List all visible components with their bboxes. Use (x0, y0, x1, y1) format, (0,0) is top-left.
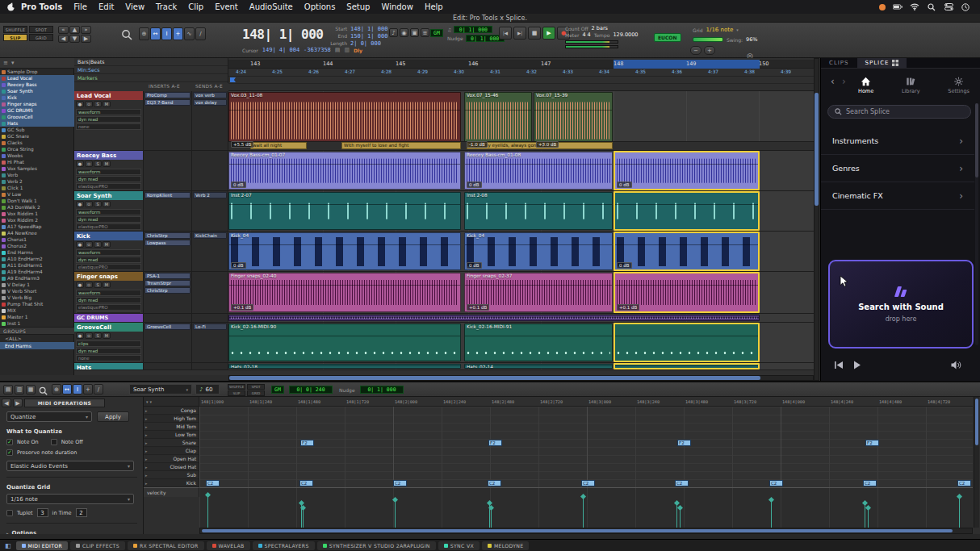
mute-button[interactable]: M (103, 241, 111, 248)
tuplet-numerator-field[interactable]: 3 (37, 508, 48, 517)
menu-item-clip[interactable]: Clip (182, 2, 209, 11)
zoom-out-button[interactable]: − (690, 46, 701, 55)
track-view-selector[interactable]: waveform (76, 209, 141, 215)
velocity-stalk[interactable] (680, 508, 681, 528)
solo-button[interactable]: S (94, 332, 102, 339)
track-list-item-clacks[interactable]: Clacks (0, 140, 74, 146)
bars-ruler[interactable]: 143144145146147148149150 (228, 60, 814, 69)
ops-prev-icon[interactable]: ◀ (2, 399, 11, 407)
v-scroll-thumb[interactable] (815, 93, 819, 206)
tuplet-checkbox[interactable] (6, 510, 13, 516)
counter-dropdown-icon[interactable]: ▾ (317, 30, 320, 35)
track-list-item-a4-newknee[interactable]: A4 NewKnee (0, 230, 74, 236)
automation-mode-selector[interactable]: dyn read (76, 176, 141, 182)
group-item-all[interactable]: <ALL> (0, 335, 74, 342)
track-name[interactable]: GrooveCell (74, 323, 143, 332)
workspace-icon[interactable]: ◧ (5, 542, 11, 549)
clip-finger-snaps-02-40[interactable]: Finger snaps_02-40+0.1 dB (228, 273, 461, 312)
send-vox-delay[interactable]: vox delay (193, 99, 227, 106)
track-list-item-vox-riddim-1[interactable]: Vox Riddim 1 (0, 211, 74, 217)
zoomer-tool[interactable] (121, 29, 132, 40)
track-list-item-a10-endharm2[interactable]: A10 EndHarm2 (0, 256, 74, 262)
clip-inst-2-08[interactable]: Inst 2-08 (464, 192, 613, 230)
track-list-item-kick[interactable]: Kick (0, 94, 74, 101)
midi-note-c2[interactable]: C2 (581, 480, 595, 486)
quantize-grid-select[interactable]: 1/16 note▾ (6, 494, 134, 504)
swing-value[interactable]: 96% (746, 36, 757, 43)
midi-note-c2[interactable]: C2 (393, 480, 407, 486)
track-list-item-a19-endharm4[interactable]: A19 EndHarm4 (0, 269, 74, 275)
record-arm-button[interactable]: ● (76, 161, 84, 167)
record-arm-button[interactable]: ● (76, 101, 84, 107)
track-name[interactable]: Lead Vocal (74, 91, 143, 100)
track-list-item-reecey-bass[interactable]: Reecey Bass (0, 81, 74, 88)
automation-mode-selector[interactable]: dyn read (76, 348, 141, 354)
track-list-item-gc-sub[interactable]: GC Sub (0, 127, 74, 133)
clip-kick-04[interactable]: Kick_040 dB (464, 232, 613, 270)
group-track-name[interactable]: GC DRUMS (74, 314, 143, 322)
menu-item-audiosuite[interactable]: AudioSuite (244, 2, 299, 11)
trim-tool-button[interactable]: ↔ (150, 27, 161, 40)
record-arm-button[interactable]: ● (76, 282, 84, 288)
track-list-item-gc-snare[interactable]: GC Snare (0, 133, 74, 140)
track-list-item-don-t-walk-1[interactable]: Don't Walk 1 (0, 198, 74, 204)
track-list-item-a11-endharm1[interactable]: A11 EndHarm1 (0, 262, 74, 269)
track-name[interactable]: Finger snaps (74, 272, 143, 281)
length-value[interactable]: 2| 0| 000 (350, 40, 381, 47)
grabber-tool-button[interactable]: + (173, 27, 183, 40)
category-cinematic-fx[interactable]: Cinematic FX› (821, 182, 974, 210)
midi-v-scroll-thumb[interactable] (975, 399, 978, 445)
play-sample-button[interactable] (853, 361, 861, 369)
clip-hats-02-18[interactable]: Hats_02-18 (228, 364, 461, 369)
mute-button[interactable]: M (103, 282, 111, 288)
cue-value[interactable]: 0| 1| 000 (454, 26, 492, 33)
drum-lane-clap[interactable]: ▸Clap (144, 447, 199, 455)
clip-selected[interactable]: +0.1 dB (614, 272, 760, 313)
midi-note-c2[interactable]: C2 (299, 480, 313, 486)
clip-reecey-bass-cm-01-07[interactable]: Reecey Bass-cm_01-070 dB (228, 152, 461, 190)
insert-eq3-7-band[interactable]: EQ3 7-Band (144, 99, 191, 106)
send-vox-verb[interactable]: vox verb (193, 92, 227, 98)
elastic-audio-select[interactable]: Elastic Audio Events▾ (6, 461, 134, 471)
clip-inst-2-07[interactable]: Inst 2-07 (228, 192, 461, 230)
drum-lane-low-tom[interactable]: ▸Low Tom (144, 431, 199, 439)
nav-back-button[interactable]: ‹ (831, 77, 835, 86)
horizontal-scrollbar[interactable] (228, 375, 814, 381)
track-list-item-v-low[interactable]: V Low (0, 191, 74, 198)
elastic-audio-selector[interactable]: none (76, 123, 141, 130)
input-monitor-button[interactable]: ⊙ (85, 282, 93, 288)
midi-v-scrollbar[interactable] (974, 397, 979, 528)
solo-button[interactable]: S (94, 201, 102, 207)
zoom-vertical-button[interactable]: ▲ (69, 26, 80, 34)
automation-mode-selector[interactable]: dyn read (76, 216, 141, 223)
midi-merge-icon[interactable]: ♪ (389, 28, 398, 37)
track-name[interactable]: Hats (74, 363, 143, 369)
track-list-item-sample-drop[interactable]: Sample Drop (0, 69, 74, 75)
track-list-item-groovecell[interactable]: GrooveCell (0, 114, 74, 120)
splice-scroll-thumb[interactable] (975, 103, 978, 177)
clip-kick-04[interactable]: Kick_040 dB (228, 232, 461, 270)
timebase-bars-beats[interactable]: Bars|Beats (74, 58, 228, 66)
midi-mode-shuffle-button[interactable]: SHUFFLE (228, 384, 245, 390)
insert-groovecell[interactable]: GrooveCell (144, 324, 191, 330)
track-list-item-chorus1[interactable]: Chorus1 (0, 236, 74, 243)
velocity-lane[interactable] (199, 487, 973, 528)
send-kickchain[interactable]: KickChain (193, 232, 227, 239)
velocity-stalk[interactable] (771, 500, 772, 528)
menu-item-event[interactable]: Event (209, 2, 244, 11)
insert-psa-1[interactable]: PSA-1 (144, 273, 191, 279)
track-list-item-pump-that-shit[interactable]: Pump That Shit (0, 301, 74, 307)
midi-track-selector[interactable]: Soar Synth▾ (129, 384, 192, 394)
rtz-button[interactable]: |◀ (499, 27, 512, 40)
clip-kick-02-16-midi-90[interactable]: Kick_02-16-MIDI-90 (228, 324, 461, 361)
clip-selected[interactable] (228, 315, 760, 321)
record-arm-button[interactable]: ● (76, 241, 84, 248)
tab-splice[interactable]: SPLICE (857, 58, 907, 68)
preserve-duration-checkbox[interactable]: ✓ (6, 449, 13, 456)
elastic-audio-selector[interactable]: elastiquePRO (76, 304, 141, 311)
clip-selected[interactable] (614, 323, 760, 362)
midi-zoom-tool-button[interactable]: ⊕ (52, 384, 61, 394)
metronome-icon[interactable]: ◉ (400, 28, 408, 37)
grid-value[interactable]: 1/16 note (706, 27, 734, 33)
automation-mode-selector[interactable]: dyn read (76, 116, 141, 123)
